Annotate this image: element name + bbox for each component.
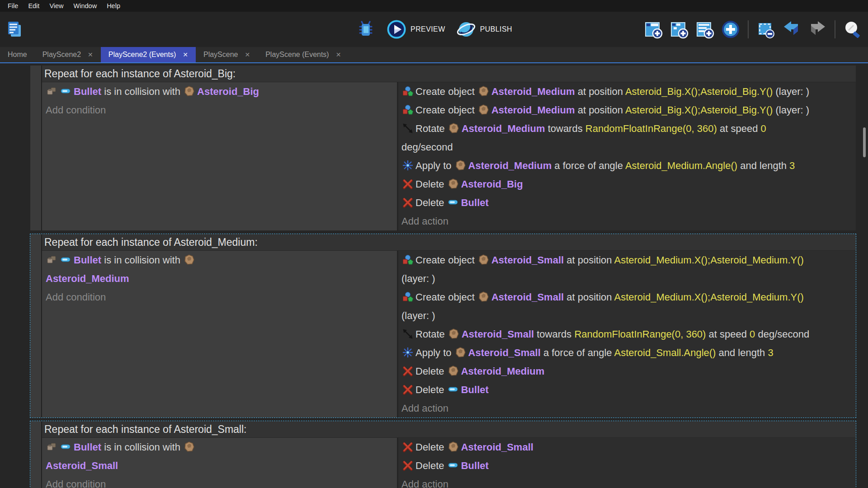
action-row[interactable]: Delete Bullet <box>401 456 856 475</box>
add-action-button[interactable]: Add action <box>401 212 856 230</box>
publish-button[interactable]: PUBLISH <box>456 19 512 39</box>
action-row[interactable]: Delete Asteroid_Small <box>401 438 856 456</box>
event-drag-handle[interactable] <box>30 421 42 488</box>
action-row[interactable]: Create object Asteroid_Medium at positio… <box>401 82 856 101</box>
event-header[interactable]: Repeat for each instance of Asteroid_Sma… <box>42 421 856 438</box>
condition-line: Bullet is in collision with Asteroid_Big <box>46 82 397 101</box>
add-action-button[interactable]: Add action <box>401 399 856 418</box>
create-object-icon <box>402 104 414 116</box>
redo-button[interactable] <box>807 19 827 39</box>
event-drag-handle[interactable] <box>30 66 42 230</box>
object-name: Asteroid_Small <box>468 347 541 358</box>
event-block[interactable]: Repeat for each instance of Asteroid_Sma… <box>30 421 856 488</box>
expression: Asteroid_Small.Angle() <box>614 347 716 358</box>
action-row[interactable]: Create object Asteroid_Small at position… <box>401 251 856 288</box>
plain-text: a force of angle <box>541 347 614 358</box>
tab-playscene[interactable]: PlayScene✕ <box>196 47 258 62</box>
add-condition-button[interactable]: Add condition <box>46 101 397 119</box>
object-name: Bullet <box>461 384 489 395</box>
menu-item-window[interactable]: Window <box>69 0 102 12</box>
condition-row[interactable]: Bullet is in collision with Asteroid_Med… <box>46 251 397 288</box>
placeholder-label: Add condition <box>46 101 397 119</box>
tab-close-icon[interactable]: ✕ <box>88 51 93 58</box>
menu-item-view[interactable]: View <box>44 0 68 12</box>
plain-text: at position <box>575 86 625 97</box>
action-row[interactable]: Delete Asteroid_Medium <box>401 362 856 380</box>
menu-item-file[interactable]: File <box>3 0 23 12</box>
tab-bar: HomePlayScene2✕PlayScene2 (Events)✕PlayS… <box>0 47 868 63</box>
search-button[interactable] <box>843 19 863 39</box>
add-event-icon <box>643 19 663 39</box>
tab-close-icon[interactable]: ✕ <box>183 51 188 58</box>
event-block[interactable]: Repeat for each instance of Asteroid_Med… <box>30 234 856 418</box>
expression: Asteroid_Big.X();Asteroid_Big.Y() <box>625 86 773 97</box>
action-line: Delete Asteroid_Medium <box>401 362 856 380</box>
object-name: Bullet <box>461 460 489 471</box>
asteroid-icon <box>448 365 459 377</box>
event-block[interactable]: Repeat for each instance of Asteroid_Big… <box>30 65 856 231</box>
actions-column: Delete Asteroid_SmallDelete BulletAdd ac… <box>398 438 856 488</box>
plain-text: deg/second <box>401 141 453 153</box>
object-name: Bullet <box>461 197 489 208</box>
scrollbar-thumb[interactable] <box>863 127 866 157</box>
tab-close-icon[interactable]: ✕ <box>245 51 250 58</box>
add-comment-button[interactable] <box>695 19 715 39</box>
condition-row[interactable]: Bullet is in collision with Asteroid_Sma… <box>46 438 397 475</box>
menu-item-help[interactable]: Help <box>102 0 125 12</box>
choose-add-event-button[interactable] <box>721 19 741 39</box>
expression: RandomFloatInRange(0, 360) <box>574 328 706 340</box>
event-main: Repeat for each instance of Asteroid_Sma… <box>42 421 856 488</box>
action-line: (layer: ) <box>401 269 856 288</box>
object-name: Bullet <box>74 86 101 97</box>
event-main: Repeat for each instance of Asteroid_Big… <box>42 66 856 230</box>
bullet-icon <box>448 384 459 395</box>
conditions-column: Bullet is in collision with Asteroid_Big… <box>42 82 398 230</box>
action-row[interactable]: Delete Bullet <box>401 193 856 212</box>
tab-playscene-events[interactable]: PlayScene (Events)✕ <box>258 47 349 62</box>
action-row[interactable]: Delete Asteroid_Big <box>401 175 856 193</box>
undo-icon <box>782 19 802 39</box>
condition-row[interactable]: Bullet is in collision with Asteroid_Big <box>46 82 397 101</box>
action-line: Delete Asteroid_Small <box>401 438 856 456</box>
add-condition-button[interactable]: Add condition <box>46 475 397 488</box>
publish-label: PUBLISH <box>480 25 512 33</box>
event-body: Bullet is in collision with Asteroid_Sma… <box>42 438 856 488</box>
action-row[interactable]: Apply to Asteroid_Small a force of angle… <box>401 343 856 362</box>
object-name: Asteroid_Small <box>461 441 533 453</box>
add-condition-button[interactable]: Add condition <box>46 288 397 306</box>
object-name: Asteroid_Small <box>462 328 534 340</box>
action-row[interactable]: Rotate Asteroid_Small towards RandomFloa… <box>401 325 856 343</box>
tab-home[interactable]: Home <box>0 47 35 62</box>
placeholder-label: Add action <box>401 475 856 488</box>
event-header[interactable]: Repeat for each instance of Asteroid_Big… <box>42 66 856 82</box>
menu-item-edit[interactable]: Edit <box>23 0 44 12</box>
undo-button[interactable] <box>782 19 802 39</box>
add-action-button[interactable]: Add action <box>401 475 856 488</box>
add-event-button[interactable] <box>643 19 663 39</box>
action-row[interactable]: Rotate Asteroid_Medium towards RandomFlo… <box>401 119 856 156</box>
menu-bar: FileEditViewWindowHelp <box>0 0 868 12</box>
publish-globe-icon <box>456 19 476 39</box>
tab-label: PlayScene (Events) <box>265 51 329 59</box>
asteroid-icon <box>478 104 490 116</box>
delete-selected-button[interactable] <box>756 19 776 39</box>
action-row[interactable]: Create object Asteroid_Small at position… <box>401 288 856 325</box>
tab-close-icon[interactable]: ✕ <box>336 51 341 58</box>
action-row[interactable]: Create object Asteroid_Medium at positio… <box>401 101 856 119</box>
tab-playscene2-events[interactable]: PlayScene2 (Events)✕ <box>101 47 196 62</box>
action-row[interactable]: Apply to Asteroid_Medium a force of angl… <box>401 156 856 175</box>
object-name: Asteroid_Medium <box>462 123 545 134</box>
actions-column: Create object Asteroid_Medium at positio… <box>398 82 856 230</box>
object-name: Asteroid_Medium <box>468 160 552 171</box>
event-drag-handle[interactable] <box>30 234 42 418</box>
debug-button[interactable] <box>356 19 376 39</box>
plain-text: Delete <box>415 197 447 208</box>
add-subevent-button[interactable] <box>669 19 689 39</box>
project-manager-button[interactable] <box>5 19 24 39</box>
apply-force-icon <box>402 347 414 358</box>
preview-button[interactable]: PREVIEW <box>387 19 445 39</box>
action-row[interactable]: Delete Bullet <box>401 380 856 399</box>
delete-icon <box>402 441 414 453</box>
tab-playscene2[interactable]: PlayScene2✕ <box>35 47 101 62</box>
event-header[interactable]: Repeat for each instance of Asteroid_Med… <box>42 234 856 251</box>
